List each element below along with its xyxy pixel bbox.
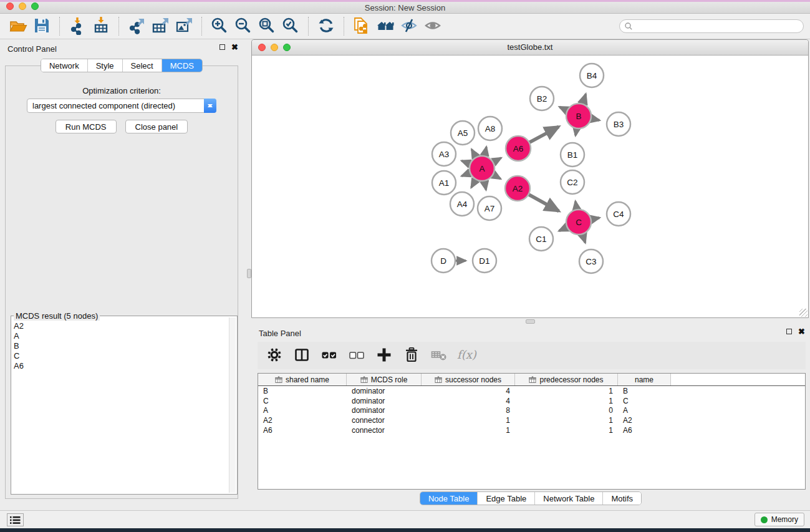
tab-node-table[interactable]: Node Table bbox=[420, 492, 478, 505]
network-window-titlebar[interactable]: testGlobe.txt bbox=[252, 40, 808, 56]
vertical-splitter-grip[interactable] bbox=[247, 269, 251, 278]
tab-motifs[interactable]: Motifs bbox=[603, 492, 641, 505]
node-C2[interactable]: C2 bbox=[561, 170, 584, 194]
table-cell: A bbox=[258, 406, 347, 415]
node-B1[interactable]: B1 bbox=[561, 143, 584, 167]
column-header-successor-nodes[interactable]: successor nodes bbox=[422, 374, 515, 385]
add-button[interactable] bbox=[374, 346, 395, 365]
column-header-predecessor-nodes[interactable]: predecessor nodes bbox=[515, 374, 618, 385]
table-cell: C bbox=[258, 397, 347, 405]
tab-select[interactable]: Select bbox=[123, 59, 162, 72]
table-row[interactable]: Bdominator41B bbox=[258, 386, 805, 396]
hide-selected-button[interactable] bbox=[397, 16, 421, 37]
node-B2[interactable]: B2 bbox=[530, 87, 554, 110]
node-A8[interactable]: A8 bbox=[478, 117, 502, 140]
select-all-button[interactable] bbox=[319, 346, 340, 365]
close-panel-icon[interactable]: ✖ bbox=[231, 44, 238, 50]
mcds-result-item[interactable]: A bbox=[14, 331, 228, 341]
table-row[interactable]: A6connector11A6 bbox=[258, 425, 805, 435]
table-cell: 4 bbox=[422, 387, 515, 395]
node-B[interactable]: B bbox=[566, 104, 591, 128]
zoom-in-button[interactable] bbox=[208, 16, 231, 37]
import-network-button[interactable] bbox=[65, 16, 89, 37]
float-panel-icon[interactable] bbox=[219, 44, 225, 50]
horizontal-splitter-grip[interactable] bbox=[526, 319, 535, 324]
resize-grip-icon[interactable] bbox=[799, 309, 808, 317]
refresh-button[interactable] bbox=[314, 16, 338, 37]
control-panel-title: Control Panel bbox=[7, 44, 57, 54]
split-table-button[interactable] bbox=[291, 346, 312, 365]
tab-style[interactable]: Style bbox=[88, 59, 123, 72]
table-row[interactable]: Cdominator41C bbox=[258, 396, 805, 406]
table-cell: 1 bbox=[515, 387, 618, 395]
delete-table-button[interactable] bbox=[428, 346, 450, 365]
node-A5[interactable]: A5 bbox=[451, 121, 475, 145]
export-image-button[interactable] bbox=[172, 16, 196, 37]
float-table-panel-icon[interactable] bbox=[786, 329, 792, 334]
svg-text:C3: C3 bbox=[586, 257, 596, 266]
network-title: testGlobe.txt bbox=[252, 42, 808, 52]
node-A6[interactable]: A6 bbox=[506, 136, 531, 161]
mcds-result-item[interactable]: C bbox=[14, 351, 228, 361]
zoom-out-button[interactable] bbox=[231, 16, 255, 37]
criterion-dropdown[interactable]: largest connected component (directed) bbox=[27, 99, 216, 113]
zoom-selected-button[interactable] bbox=[279, 16, 302, 37]
node-D1[interactable]: D1 bbox=[473, 249, 496, 273]
mcds-result-item[interactable]: A2 bbox=[14, 321, 228, 331]
node-C3[interactable]: C3 bbox=[579, 249, 603, 273]
table-row[interactable]: Adominator80A bbox=[258, 405, 805, 415]
node-C[interactable]: C bbox=[566, 210, 591, 235]
svg-text:B2: B2 bbox=[537, 94, 547, 104]
network-canvas[interactable]: B4B2BB3A5A8A6B1A3AC2A1A2A4A7C4CC1C3DD1 bbox=[252, 56, 808, 317]
deselect-all-button[interactable] bbox=[346, 346, 367, 365]
column-header-shared-name[interactable]: shared name bbox=[258, 374, 347, 385]
node-C1[interactable]: C1 bbox=[529, 227, 553, 251]
node-B4[interactable]: B4 bbox=[580, 64, 604, 87]
open-folder-button[interactable] bbox=[6, 16, 30, 37]
search-input[interactable] bbox=[633, 21, 803, 32]
svg-text:A8: A8 bbox=[485, 124, 496, 133]
export-network-button[interactable] bbox=[125, 16, 148, 37]
node-A4[interactable]: A4 bbox=[450, 192, 474, 216]
column-type-icon bbox=[275, 376, 282, 384]
tab-edge-table[interactable]: Edge Table bbox=[478, 492, 535, 505]
column-header-MCDS-role[interactable]: MCDS role bbox=[347, 374, 422, 385]
node-A[interactable]: A bbox=[470, 156, 494, 181]
import-table-button[interactable] bbox=[89, 16, 113, 37]
close-table-panel-icon[interactable]: ✖ bbox=[798, 329, 805, 334]
node-A3[interactable]: A3 bbox=[432, 142, 456, 166]
function-builder-button[interactable]: f(x) bbox=[456, 346, 477, 365]
memory-button[interactable]: Memory bbox=[755, 513, 804, 526]
new-network-from-selection-button[interactable] bbox=[350, 16, 374, 37]
node-A2[interactable]: A2 bbox=[505, 176, 530, 201]
gear-button[interactable] bbox=[264, 346, 285, 365]
close-panel-button[interactable]: Close panel bbox=[125, 120, 188, 133]
tab-network-table[interactable]: Network Table bbox=[535, 492, 603, 505]
table-cell: 1 bbox=[422, 426, 515, 435]
zoom-fit-button[interactable] bbox=[255, 16, 279, 37]
node-C4[interactable]: C4 bbox=[607, 202, 630, 226]
mcds-result-item[interactable]: B bbox=[14, 341, 228, 351]
run-mcds-button[interactable]: Run MCDS bbox=[55, 120, 117, 133]
node-A1[interactable]: A1 bbox=[432, 171, 456, 195]
save-button[interactable] bbox=[30, 16, 54, 37]
tab-network[interactable]: Network bbox=[41, 59, 88, 72]
trash-button[interactable] bbox=[401, 346, 422, 365]
first-neighbors-button[interactable] bbox=[374, 16, 397, 37]
split-table-icon bbox=[294, 347, 310, 365]
result-scrollbar[interactable] bbox=[229, 317, 236, 493]
node-A7[interactable]: A7 bbox=[478, 196, 501, 220]
svg-text:C: C bbox=[576, 218, 582, 227]
tab-mcds[interactable]: MCDS bbox=[162, 59, 202, 72]
node-D[interactable]: D bbox=[432, 249, 455, 273]
search-field[interactable] bbox=[619, 19, 804, 33]
node-B3[interactable]: B3 bbox=[607, 112, 630, 136]
show-panels-button[interactable] bbox=[7, 513, 24, 526]
export-table-button[interactable] bbox=[148, 16, 172, 37]
show-all-button[interactable] bbox=[421, 16, 445, 37]
column-header-name[interactable]: name bbox=[618, 374, 671, 385]
table-cell: A6 bbox=[618, 426, 671, 435]
table-cell: A bbox=[618, 406, 671, 415]
mcds-result-item[interactable]: A6 bbox=[14, 361, 228, 371]
table-row[interactable]: A2connector11A2 bbox=[258, 415, 805, 425]
